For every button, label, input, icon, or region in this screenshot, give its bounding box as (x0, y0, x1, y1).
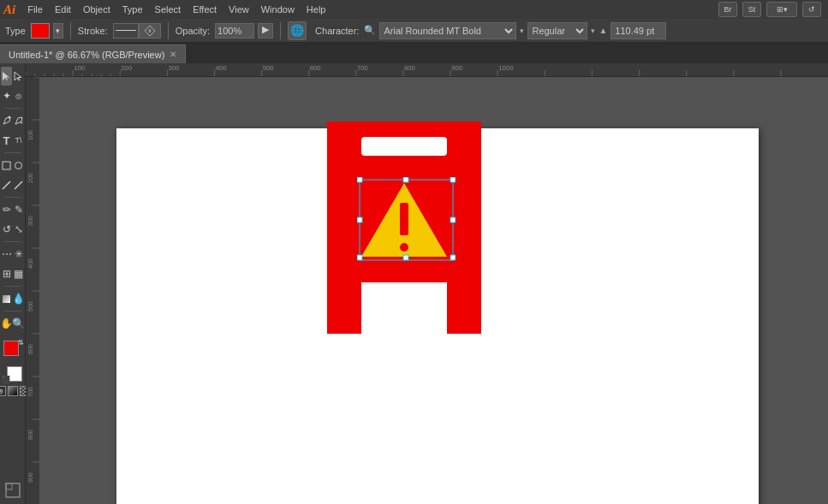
swap-colors-icon[interactable]: ⇅ (18, 339, 24, 347)
graph-tools: ⊞ ▦ (1, 264, 24, 283)
line-tool[interactable] (1, 175, 12, 194)
canvas-area[interactable]: 100 200 300 400 500 600 700 800 900 1000 (26, 63, 828, 504)
menu-help[interactable]: Help (301, 3, 331, 16)
line-tool-2[interactable] (13, 175, 24, 194)
artboard-icon[interactable] (4, 482, 21, 501)
eyedropper-tool[interactable]: 💧 (13, 289, 24, 308)
direct-selection-tool[interactable] (13, 67, 24, 86)
svg-rect-11 (6, 483, 12, 489)
st-icon[interactable]: St (742, 2, 761, 17)
mesh-tool[interactable]: ⊞ (1, 264, 12, 283)
magic-wand-tool[interactable]: ✦ (1, 86, 12, 105)
separator-2 (168, 22, 169, 39)
tool-sep-1 (4, 108, 21, 109)
character-label: Character: (315, 26, 359, 36)
font-style-select[interactable]: Regular (527, 22, 587, 39)
character-search-icon[interactable]: 🔍 (364, 25, 376, 36)
menu-file[interactable]: File (22, 3, 48, 16)
stroke-box (113, 23, 161, 39)
stroke-preview[interactable] (113, 23, 139, 39)
type-tool[interactable]: T (1, 131, 12, 150)
globe-button[interactable]: 🌐 (288, 21, 307, 40)
sign-handle (361, 137, 447, 156)
top-toolbar-icons: Br St ⊞▾ ↺ (718, 0, 828, 19)
character-area: Character: 🔍 Arial Rounded MT Bold ▾ Reg… (315, 22, 666, 39)
foreground-color-swatch[interactable] (3, 341, 19, 356)
menu-object[interactable]: Object (78, 3, 116, 16)
pencil-tool[interactable]: ✎ (13, 200, 24, 219)
br-icon[interactable]: Br (718, 2, 737, 17)
separator-3 (280, 22, 281, 39)
svg-text:800: 800 (27, 430, 33, 440)
svg-text:300: 300 (168, 64, 179, 72)
document-tab[interactable]: Untitled-1* @ 66.67% (RGB/Preview) ✕ (0, 44, 186, 63)
svg-text:100: 100 (74, 64, 85, 72)
artwork-container[interactable] (327, 122, 481, 334)
gradient-tools: 💧 (1, 289, 24, 308)
rotate-tools: ↺ ⤡ (1, 220, 24, 239)
gradient-tool[interactable] (1, 289, 12, 308)
size-up-icon: ▲ (599, 26, 607, 35)
menu-bar: Ai File Edit Object Type Select Effect V… (0, 0, 828, 19)
grid-icon[interactable]: ⊞▾ (766, 2, 797, 17)
add-anchor-tool[interactable]: + (13, 111, 24, 130)
menu-select[interactable]: Select (150, 3, 187, 16)
hand-tool[interactable]: ✋ (1, 314, 12, 333)
type-tool-2[interactable]: T\ (13, 131, 24, 150)
scale-tool[interactable]: ⤡ (13, 220, 24, 239)
ellipse-tool[interactable] (13, 156, 24, 175)
menu-type[interactable]: Type (117, 3, 148, 16)
shape-tools (1, 156, 24, 175)
fill-color-box[interactable] (31, 23, 50, 39)
svg-text:700: 700 (27, 387, 33, 397)
svg-marker-1 (3, 72, 9, 80)
brush-tool[interactable]: ✏ (1, 200, 12, 219)
font-select[interactable]: Arial Rounded MT Bold (379, 22, 516, 39)
rotate-tool[interactable]: ↺ (1, 220, 12, 239)
type-label: Type (5, 26, 26, 36)
tool-sep-5 (4, 286, 21, 287)
svg-text:700: 700 (357, 64, 368, 72)
canvas-viewport[interactable] (39, 77, 828, 504)
menu-window[interactable]: Window (256, 3, 300, 16)
stroke-icon[interactable] (139, 23, 161, 39)
pen-tool[interactable] (1, 111, 12, 130)
menu-view[interactable]: View (223, 3, 254, 16)
style-arrow[interactable]: ▾ (591, 27, 595, 35)
svg-text:1000: 1000 (498, 64, 513, 72)
gradient-color-btn[interactable] (8, 386, 18, 396)
opacity-arrow[interactable]: ▶ (258, 23, 273, 39)
graph-tool[interactable]: ▦ (13, 264, 24, 283)
font-arrow[interactable]: ▾ (520, 27, 524, 35)
menu-effect[interactable]: Effect (188, 3, 222, 16)
selection-tool[interactable] (1, 67, 12, 86)
svg-text:400: 400 (27, 258, 33, 269)
ruler-left-svg: 100 200 300 400 500 600 700 800 900 (26, 77, 39, 504)
lasso-tool[interactable]: ⌾ (13, 86, 24, 105)
opacity-input[interactable] (215, 23, 254, 39)
font-size-input[interactable] (611, 22, 666, 39)
svg-text:800: 800 (404, 64, 415, 72)
none-color-btn[interactable]: ⊘ (0, 386, 6, 396)
main-layout: ✦ ⌾ + T T\ (0, 63, 828, 504)
tab-close-button[interactable]: ✕ (170, 50, 176, 59)
symbol-tool[interactable]: ✳ (13, 245, 24, 264)
fill-arrow[interactable]: ▾ (53, 23, 63, 39)
blend-tool[interactable]: ⋯ (1, 245, 12, 264)
rect-tool[interactable] (1, 156, 12, 175)
separator-1 (70, 22, 71, 39)
menu-edit[interactable]: Edit (50, 3, 76, 16)
wand-lasso-tools: ✦ ⌾ (1, 86, 24, 105)
rotate-icon[interactable]: ↺ (802, 2, 821, 17)
svg-text:+: + (20, 120, 23, 126)
svg-line-7 (3, 181, 10, 189)
blend-tools: ⋯ ✳ (1, 245, 24, 264)
stroke-label: Stroke: (78, 26, 108, 36)
svg-text:600: 600 (310, 64, 321, 72)
reset-colors-icon[interactable]: ⬛ (2, 376, 10, 383)
artwork-svg (327, 122, 481, 334)
zoom-tool[interactable]: 🔍 (13, 314, 24, 333)
options-bar: Type ▾ Stroke: Opacity: ▶ 🌐 Character: 🔍… (0, 19, 828, 43)
svg-text:200: 200 (121, 64, 132, 72)
view-tools: ✋ 🔍 (1, 314, 24, 333)
